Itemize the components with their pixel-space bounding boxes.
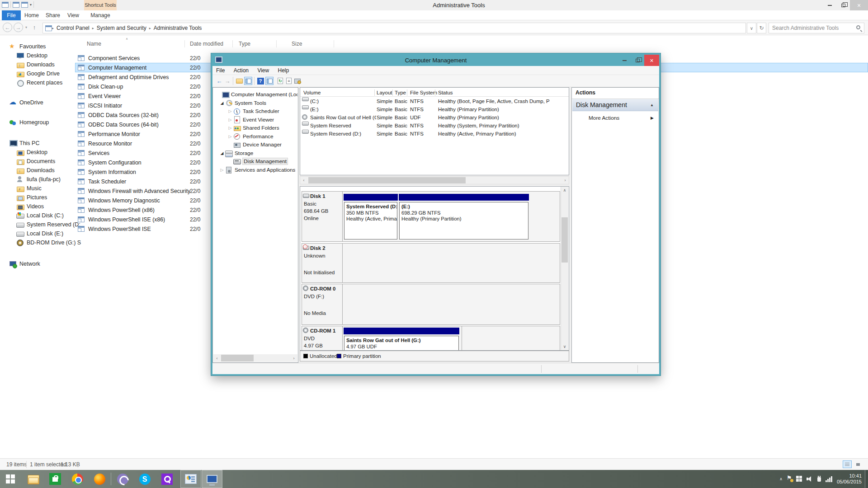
tree-horizontal-scrollbar[interactable]: ‹ › (213, 354, 297, 362)
expander-icon[interactable] (227, 126, 233, 130)
menu-help[interactable]: Help (274, 66, 293, 75)
column-header-type[interactable]: Type (239, 39, 250, 49)
up-icon[interactable]: ↑ (29, 23, 39, 32)
taskbar-bittorrent[interactable] (112, 470, 133, 488)
cm-maximize-button[interactable] (631, 55, 644, 66)
sidebar-item[interactable]: liufa (liufa-pc) (0, 175, 74, 184)
volume-col-file-system[interactable]: File System (410, 89, 437, 97)
breadcrumb-control-panel[interactable]: Control Panel (54, 23, 92, 33)
sidebar-item[interactable]: OneDrive (0, 98, 74, 107)
tree-item[interactable]: Computer Management (Local (213, 90, 297, 99)
tree-item[interactable]: Task Scheduler (213, 107, 297, 116)
help-icon[interactable]: ? (256, 77, 264, 85)
address-dropdown-icon[interactable]: ∨ (747, 23, 756, 33)
sidebar-item[interactable]: Network (0, 259, 74, 268)
volume-col-volume[interactable]: Volume (303, 89, 321, 97)
more-actions-item[interactable]: More Actions ▶ (572, 113, 658, 123)
forward-icon[interactable]: → (14, 23, 23, 32)
volume-horizontal-scrollbar[interactable]: ‹ › (300, 176, 569, 184)
restore-button[interactable] (836, 0, 850, 10)
collapse-icon[interactable]: ▲ (650, 99, 654, 111)
scrollbar-thumb[interactable] (561, 217, 568, 263)
tree-item[interactable]: Event Viewer (213, 116, 297, 124)
menu-file[interactable]: File (212, 66, 228, 75)
tree-item[interactable]: Device Manager (213, 141, 297, 149)
partition-saints-row[interactable]: Saints Row Gat out of Hell (G:) 4.97 GB … (344, 326, 459, 351)
scroll-down-icon[interactable]: ∨ (561, 343, 568, 350)
cdrom-1-label[interactable]: CD-ROM 1 DVD 4.97 GB (302, 326, 343, 351)
taskbar-store[interactable] (45, 470, 66, 488)
scroll-left-icon[interactable]: ‹ (300, 177, 307, 184)
tree-item[interactable]: System Tools (213, 99, 297, 108)
expander-icon[interactable] (227, 117, 233, 122)
hidden-icons-icon[interactable]: ∧ (779, 477, 783, 481)
expander-icon[interactable] (227, 134, 233, 139)
menu-action[interactable]: Action (230, 66, 252, 75)
partition-system-reserved[interactable]: System Reserved (D:) 350 MB NTFS Healthy… (344, 192, 398, 241)
minimize-button[interactable] (823, 0, 836, 10)
volume-row[interactable]: System Reserved (D:) Simple Basic NTFS H… (300, 130, 569, 138)
cm-titlebar[interactable]: Computer Management × (212, 55, 659, 66)
tree-item[interactable]: Storage (213, 149, 297, 158)
sidebar-item[interactable]: This PC (0, 139, 74, 148)
disk-2-unallocated-area[interactable] (344, 244, 560, 282)
tree-item[interactable]: Disk Management (213, 157, 297, 166)
show-action-pane-icon[interactable] (265, 77, 274, 85)
sidebar-item[interactable]: Videos (0, 202, 74, 211)
sidebar-item[interactable]: Homegroup (0, 118, 74, 127)
sidebar-item[interactable]: Downloads (0, 166, 74, 175)
qat-properties-icon[interactable] (13, 2, 19, 8)
sidebar-item[interactable]: Pictures (0, 193, 74, 202)
back-icon[interactable]: ← (3, 23, 12, 32)
volume-col-status[interactable]: Status (438, 89, 453, 97)
expander-icon[interactable] (227, 109, 233, 113)
address-bar[interactable]: ▸ Control Panel ▸ System and Security ▸ … (42, 23, 746, 33)
cm-minimize-button[interactable] (618, 55, 631, 66)
windows-tray-icon[interactable] (796, 476, 802, 482)
back-icon[interactable]: ← (215, 77, 223, 85)
volume-row[interactable]: System Reserved Simple Basic NTFS Health… (300, 122, 569, 130)
taskbar-file-explorer[interactable] (23, 470, 43, 488)
taskbar-firefox[interactable] (89, 470, 110, 488)
tree-item[interactable]: Shared Folders (213, 124, 297, 132)
recent-locations-icon[interactable]: ▾ (25, 25, 27, 29)
sidebar-item[interactable]: Recent places (0, 78, 74, 87)
menu-view[interactable]: View (254, 66, 273, 75)
search-box[interactable] (769, 23, 864, 33)
column-header-date-modified[interactable]: Date modified (190, 39, 223, 49)
sidebar-item[interactable]: Local Disk (E:) (0, 229, 74, 238)
taskbar-skype[interactable]: S (134, 470, 155, 488)
volume-icon[interactable] (807, 476, 813, 482)
tab-view[interactable]: View (63, 10, 83, 20)
tab-manage[interactable]: Manage (84, 10, 117, 20)
sidebar-item[interactable]: Favourites (0, 42, 74, 51)
rescan-disks-icon[interactable] (293, 77, 302, 85)
cdrom-0-media-area[interactable] (344, 284, 560, 324)
sidebar-item[interactable]: Local Disk (C:) (0, 211, 74, 220)
taskbar-chrome[interactable] (67, 470, 88, 488)
sidebar-item[interactable]: Documents (0, 157, 74, 166)
sidebar-item[interactable]: Desktop (0, 148, 74, 157)
sidebar-item[interactable]: Desktop (0, 51, 74, 60)
refresh-icon[interactable]: ↻ (757, 23, 766, 33)
show-console-tree-icon[interactable] (244, 77, 252, 85)
breadcrumb-system-and-security[interactable]: System and Security (94, 23, 149, 33)
volume-col-layout[interactable]: Layout (377, 89, 392, 97)
scroll-up-icon[interactable]: ∧ (561, 187, 568, 194)
refresh-icon[interactable]: ↻ (276, 77, 284, 85)
volume-row[interactable]: Saints Row Gat out of Hell (G:) Simple B… (300, 113, 569, 122)
disk-vertical-scrollbar[interactable]: ∧ ∨ (561, 187, 568, 350)
properties-icon[interactable]: ≡ (285, 77, 293, 85)
actions-group-disk-management[interactable]: Disk Management ▲ (572, 99, 658, 111)
tab-home[interactable]: Home (21, 10, 42, 20)
scrollbar-thumb[interactable] (308, 177, 466, 183)
scroll-right-icon[interactable]: › (290, 354, 297, 362)
taskbar-computer-management[interactable] (202, 470, 222, 488)
sidebar-item[interactable]: System Reserved (D: (0, 220, 74, 229)
tab-share[interactable]: Share (42, 10, 63, 20)
expander-icon[interactable] (219, 101, 225, 105)
tree-item[interactable]: Performance (213, 132, 297, 141)
cdrom-0-label[interactable]: CD-ROM 0 DVD (F:) No Media (302, 284, 343, 324)
disk-2-label[interactable]: Disk 2 Unknown Not Initialised (302, 244, 343, 282)
tree-item[interactable]: Services and Applications (213, 166, 297, 174)
